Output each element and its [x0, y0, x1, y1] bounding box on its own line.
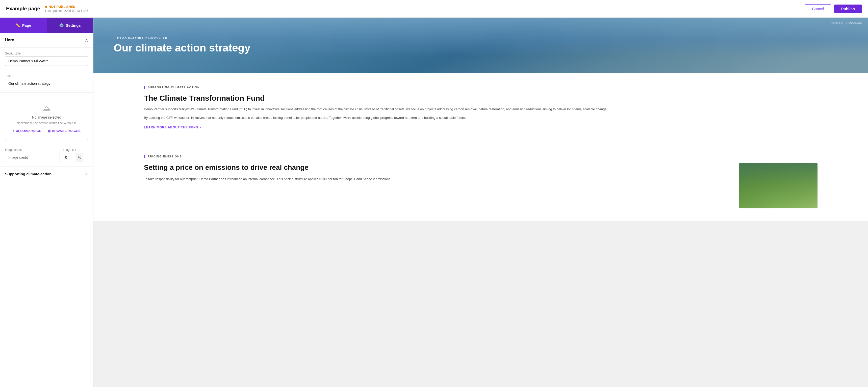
chevron-up-icon[interactable]: ∧	[85, 37, 88, 43]
supporting-section-header[interactable]: Supporting climate action ∨	[0, 166, 93, 181]
hero-section: Powered by ✦ Milkywire DEMO PARTNER X MI…	[93, 18, 868, 73]
gear-icon: ⚙️	[59, 23, 64, 28]
image-tint-field: Image tint %	[63, 148, 88, 162]
section-title-field-group: Section title	[0, 48, 93, 70]
topbar-right: Cancel Publish	[805, 4, 862, 13]
publish-button[interactable]: Publish	[834, 4, 862, 13]
supporting-section-title: Supporting climate action	[5, 172, 52, 176]
hero-title: Our climate action strategy	[114, 42, 250, 54]
title-label: Title *	[5, 74, 88, 78]
pricing-section: PRICING EMISSIONS Setting a price on emi…	[93, 142, 868, 221]
main-layout: ✏️ Page ⚙️ Settings Hero ∧ Section title…	[0, 18, 868, 387]
ctf-body-2: By backing the CTF, we support initiativ…	[144, 115, 817, 121]
pricing-title: Setting a price on emissions to drive re…	[144, 163, 729, 172]
hero-content: DEMO PARTNER X MILKYWIRE Our climate act…	[93, 37, 271, 54]
tab-settings-label: Settings	[66, 23, 81, 28]
tint-percent: %	[76, 153, 83, 162]
section-title-input[interactable]	[5, 56, 88, 66]
tab-page[interactable]: ✏️ Page	[0, 18, 47, 33]
upload-image-label: UPLOAD IMAGE	[16, 129, 41, 133]
image-tint-input[interactable]	[63, 153, 76, 162]
page-title: Example page	[6, 6, 40, 11]
no-image-text: No image selected	[32, 115, 61, 119]
milkywire-logo-text: ✦ Milkywire	[845, 21, 862, 25]
panel-content: Hero ∧ Section title Title * ⛰ No image …	[0, 33, 93, 387]
left-panel: ✏️ Page ⚙️ Settings Hero ∧ Section title…	[0, 18, 93, 387]
pricing-content: Setting a price on emissions to drive re…	[144, 163, 817, 208]
image-credit-field: Image credit	[5, 148, 60, 162]
ctf-section-title: The Climate Transformation Fund	[144, 94, 817, 102]
ctf-section: SUPPORTING CLIMATE ACTION The Climate Tr…	[93, 73, 868, 142]
hero-section-title: Hero	[5, 38, 14, 42]
arrow-right-icon: ›	[200, 126, 201, 129]
ctf-body-1: Demo Partner supports Milkywire's Climat…	[144, 106, 817, 112]
title-field-group: Title *	[0, 70, 93, 93]
chevron-down-icon[interactable]: ∨	[85, 171, 88, 176]
tab-bar: ✏️ Page ⚙️ Settings	[0, 18, 93, 33]
tint-wrapper: %	[63, 153, 88, 162]
learn-more-label: LEARN MORE ABOUT THE FUND	[144, 126, 198, 129]
section-title-label: Section title	[5, 52, 88, 55]
pricing-image-inner	[739, 163, 817, 208]
status-area: NOT PUBLISHED Last updated: 2025-02-13 1…	[45, 5, 88, 12]
status-dot	[45, 6, 47, 8]
no-image-sub: No worries! The section works fine witho…	[17, 121, 76, 125]
pricing-body: To take responsibility for our footprint…	[144, 176, 729, 182]
status-label: NOT PUBLISHED	[49, 5, 75, 8]
tab-page-label: Page	[22, 23, 31, 28]
right-preview: Powered by ✦ Milkywire DEMO PARTNER X MI…	[93, 18, 868, 387]
image-tint-label: Image tint	[63, 148, 88, 152]
topbar-left: Example page NOT PUBLISHED Last updated:…	[6, 5, 88, 12]
learn-more-link[interactable]: LEARN MORE ABOUT THE FUND ›	[144, 126, 201, 129]
hero-subtitle: DEMO PARTNER X MILKYWIRE	[114, 37, 250, 40]
upload-image-button[interactable]: ↑ UPLOAD IMAGE	[12, 129, 41, 133]
no-image-icon: ⛰	[43, 104, 51, 113]
browse-images-button[interactable]: ▦ BROWSE IMAGES	[48, 129, 81, 133]
bottom-fields: Image credit Image tint %	[0, 144, 93, 166]
hero-logo: Powered by ✦ Milkywire	[830, 21, 862, 25]
cancel-button[interactable]: Cancel	[805, 4, 831, 13]
preview-container: Powered by ✦ Milkywire DEMO PARTNER X MI…	[93, 18, 868, 221]
browse-icon: ▦	[48, 129, 51, 133]
image-actions: ↑ UPLOAD IMAGE ▦ BROWSE IMAGES	[12, 129, 81, 133]
pricing-text: Setting a price on emissions to drive re…	[144, 163, 729, 182]
status-badge: NOT PUBLISHED	[45, 5, 88, 8]
upload-icon: ↑	[12, 129, 14, 133]
last-updated: Last updated: 2025-02-13 11:36	[45, 9, 88, 12]
topbar: Example page NOT PUBLISHED Last updated:…	[0, 0, 868, 18]
hero-section-header[interactable]: Hero ∧	[0, 33, 93, 48]
powered-by-text: Powered by	[830, 22, 843, 25]
image-credit-label: Image credit	[5, 148, 60, 152]
image-upload-area: ⛰ No image selected No worries! The sect…	[5, 97, 88, 140]
pencil-icon: ✏️	[16, 23, 20, 28]
ctf-section-label: SUPPORTING CLIMATE ACTION	[144, 86, 817, 89]
image-credit-input[interactable]	[5, 153, 60, 162]
browse-images-label: BROWSE IMAGES	[52, 129, 81, 133]
tab-settings[interactable]: ⚙️ Settings	[47, 18, 93, 33]
pricing-image	[739, 163, 817, 208]
title-input[interactable]	[5, 79, 88, 88]
pricing-section-label: PRICING EMISSIONS	[144, 155, 817, 158]
